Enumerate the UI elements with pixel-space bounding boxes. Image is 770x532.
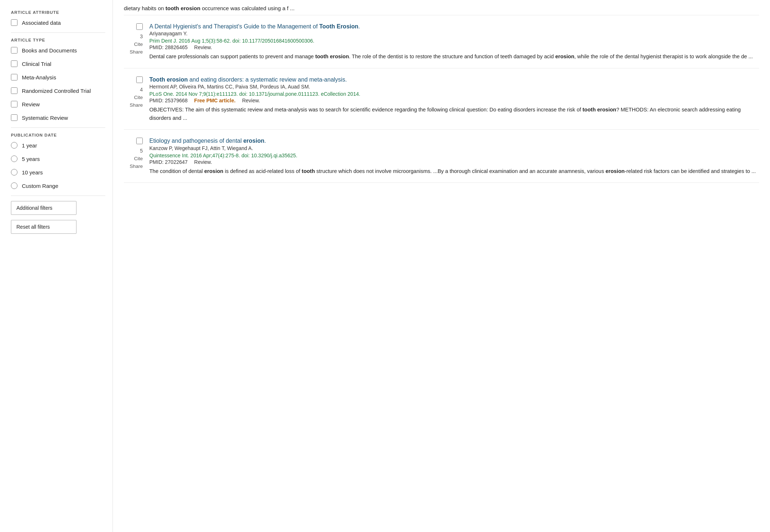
associated-data-label: Associated data bbox=[22, 19, 61, 27]
pub-date-label: PUBLICATION DATE bbox=[11, 133, 105, 137]
article-3-abstract: Dental care professionals can support pa… bbox=[149, 52, 759, 60]
divider-3 bbox=[11, 196, 105, 196]
filter-books[interactable]: Books and Documents bbox=[11, 47, 105, 54]
article-5-abstract: The condition of dental erosion is defin… bbox=[149, 167, 759, 175]
filter-systematic-review[interactable]: Systematic Review bbox=[11, 114, 105, 122]
article-actions-3: 3 Cite Share bbox=[124, 23, 149, 61]
article-5-pmid: PMID: 27022647 bbox=[149, 159, 188, 165]
article-attribute-label: ARTICLE ATTRIBUTE bbox=[11, 10, 105, 15]
article-4-body: Tooth erosion and eating disorders: a sy… bbox=[149, 76, 759, 122]
associated-data-checkbox[interactable] bbox=[11, 19, 17, 26]
article-actions-5: 5 Cite Share bbox=[124, 137, 149, 175]
article-card-5: 5 Cite Share Etiology and pathogenesis o… bbox=[124, 130, 759, 183]
filter-review[interactable]: Review bbox=[11, 101, 105, 108]
article-card-3: 3 Cite Share A Dental Hygienist's and Th… bbox=[124, 15, 759, 68]
divider-1 bbox=[11, 32, 105, 33]
clinical-trial-label: Clinical Trial bbox=[22, 60, 51, 68]
article-5-meta: PMID: 27022647 Review. bbox=[149, 159, 759, 165]
article-3-journal: Prim Dent J. 2016 Aug 1;5(3):58-62. doi:… bbox=[149, 38, 759, 44]
1year-label: 1 year bbox=[22, 142, 37, 149]
systematic-review-label: Systematic Review bbox=[22, 114, 68, 122]
article-3-review-tag: Review. bbox=[194, 44, 212, 50]
article-4-pmid: PMID: 25379668 bbox=[149, 98, 188, 103]
article-4-review-tag: Review. bbox=[242, 98, 260, 103]
review-checkbox[interactable] bbox=[11, 101, 17, 107]
article-4-num: 4 bbox=[140, 87, 143, 92]
article-3-pmid: PMID: 28826465 bbox=[149, 44, 188, 50]
rct-label: Randomized Controlled Trial bbox=[22, 87, 91, 95]
article-4-free-pmc: Free PMC article. bbox=[194, 98, 236, 103]
meta-analysis-label: Meta-Analysis bbox=[22, 74, 56, 81]
article-3-num: 3 bbox=[140, 34, 143, 39]
article-4-checkbox[interactable] bbox=[136, 76, 143, 83]
article-5-review-tag: Review. bbox=[194, 159, 212, 165]
books-checkbox[interactable] bbox=[11, 47, 17, 54]
article-4-journal: PLoS One. 2014 Nov 7;9(11):e111123. doi:… bbox=[149, 91, 759, 97]
review-label: Review bbox=[22, 101, 40, 108]
article-3-share[interactable]: Share bbox=[130, 49, 143, 55]
article-5-title-bold: erosion bbox=[243, 138, 264, 144]
main-content: dietary habits on tooth erosion occurren… bbox=[113, 0, 770, 532]
article-5-cite[interactable]: Cite bbox=[134, 156, 143, 161]
5years-label: 5 years bbox=[22, 155, 40, 163]
article-4-meta: PMID: 25379668 Free PMC article. Review. bbox=[149, 98, 759, 103]
article-3-title-bold: Tooth Erosion bbox=[319, 23, 358, 29]
article-5-checkbox[interactable] bbox=[136, 138, 143, 144]
article-3-authors: Ariyanayagam Y. bbox=[149, 31, 759, 36]
filter-5years[interactable]: 5 years bbox=[11, 155, 105, 163]
filter-clinical-trial[interactable]: Clinical Trial bbox=[11, 60, 105, 68]
rct-checkbox[interactable] bbox=[11, 87, 17, 94]
filter-custom-range[interactable]: Custom Range bbox=[11, 182, 105, 190]
article-3-title[interactable]: A Dental Hygienist's and Therapist's Gui… bbox=[149, 23, 360, 29]
10years-label: 10 years bbox=[22, 169, 43, 176]
article-4-cite[interactable]: Cite bbox=[134, 95, 143, 100]
article-5-num: 5 bbox=[140, 148, 143, 154]
article-type-label: ARTICLE TYPE bbox=[11, 38, 105, 42]
article-3-body: A Dental Hygienist's and Therapist's Gui… bbox=[149, 23, 759, 61]
article-5-share[interactable]: Share bbox=[130, 163, 143, 169]
filter-10years[interactable]: 10 years bbox=[11, 169, 105, 176]
divider-2 bbox=[11, 127, 105, 128]
books-label: Books and Documents bbox=[22, 47, 77, 54]
sidebar: ARTICLE ATTRIBUTE Associated data ARTICL… bbox=[0, 0, 113, 532]
top-snippet: dietary habits on tooth erosion occurren… bbox=[124, 0, 759, 15]
article-actions-4: 4 Cite Share bbox=[124, 76, 149, 122]
1year-radio[interactable] bbox=[11, 142, 17, 149]
article-4-title[interactable]: Tooth erosion and eating disorders: a sy… bbox=[149, 76, 347, 83]
article-3-meta: PMID: 28826465 Review. bbox=[149, 44, 759, 50]
additional-filters-button[interactable]: Additional filters bbox=[11, 201, 76, 215]
5years-radio[interactable] bbox=[11, 155, 17, 162]
top-snippet-bold: tooth erosion bbox=[165, 5, 200, 11]
filter-1year[interactable]: 1 year bbox=[11, 142, 105, 149]
article-5-title[interactable]: Etiology and pathogenesis of dental eros… bbox=[149, 138, 266, 144]
article-4-abstract: OBJECTIVES: The aim of this systematic r… bbox=[149, 106, 759, 122]
article-5-authors: Kanzow P, Wegehaupt FJ, Attin T, Wiegand… bbox=[149, 145, 759, 151]
filter-rct[interactable]: Randomized Controlled Trial bbox=[11, 87, 105, 95]
article-5-journal: Quintessence Int. 2016 Apr;47(4):275-8. … bbox=[149, 153, 759, 158]
filter-meta-analysis[interactable]: Meta-Analysis bbox=[11, 74, 105, 81]
article-3-checkbox[interactable] bbox=[136, 23, 143, 30]
article-4-authors: Hermont AP, Oliveira PA, Martins CC, Pai… bbox=[149, 84, 759, 90]
filter-associated-data[interactable]: Associated data bbox=[11, 19, 105, 27]
article-4-share[interactable]: Share bbox=[130, 102, 143, 108]
clinical-trial-checkbox[interactable] bbox=[11, 60, 17, 67]
custom-range-label: Custom Range bbox=[22, 182, 58, 190]
article-4-title-bold: Tooth erosion bbox=[149, 76, 188, 83]
article-5-body: Etiology and pathogenesis of dental eros… bbox=[149, 137, 759, 175]
article-3-cite[interactable]: Cite bbox=[134, 42, 143, 47]
meta-analysis-checkbox[interactable] bbox=[11, 74, 17, 80]
reset-filters-button[interactable]: Reset all filters bbox=[11, 220, 76, 234]
10years-radio[interactable] bbox=[11, 169, 17, 176]
systematic-review-checkbox[interactable] bbox=[11, 114, 17, 121]
article-card-4: 4 Cite Share Tooth erosion and eating di… bbox=[124, 68, 759, 130]
custom-range-radio[interactable] bbox=[11, 182, 17, 189]
